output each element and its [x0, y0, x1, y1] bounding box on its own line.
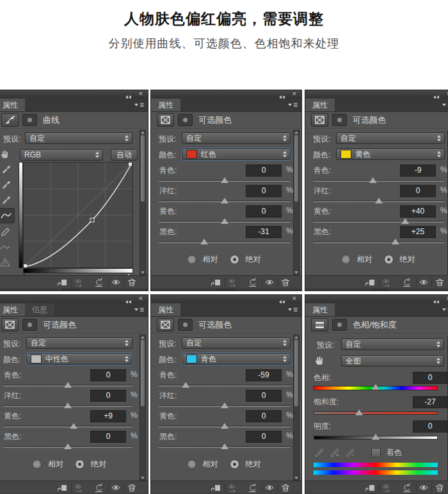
hue-value-field[interactable]: 0 [413, 372, 447, 384]
view-previous-state-icon[interactable] [75, 280, 81, 287]
clip-to-layer-icon[interactable] [58, 485, 67, 491]
visibility-eye-icon[interactable] [112, 280, 120, 284]
clip-to-layer-toggle-icon[interactable] [178, 319, 193, 331]
tab-info[interactable]: 信息 [25, 303, 54, 316]
selective-color-icon[interactable] [157, 113, 174, 127]
clip-to-layer-toggle-icon[interactable] [178, 114, 193, 126]
slider-thumb[interactable] [372, 434, 380, 440]
visibility-eye-icon[interactable] [420, 486, 428, 490]
hue-slider-track[interactable] [314, 386, 438, 390]
reset-icon[interactable] [95, 483, 102, 491]
white-point-eyedropper-icon[interactable] [0, 193, 13, 207]
magenta-value-field[interactable]: 0 [400, 185, 436, 197]
preset-dropdown[interactable]: 自定 [182, 132, 291, 144]
selective-color-icon[interactable] [1, 318, 19, 331]
gray-point-eyedropper-icon[interactable] [0, 177, 13, 191]
black-value-field[interactable]: 0 [90, 431, 126, 443]
tab-properties[interactable]: 属性 [0, 303, 25, 316]
slider-thumb[interactable] [64, 382, 72, 388]
reset-icon[interactable] [403, 483, 410, 491]
clip-to-layer-toggle-icon[interactable] [22, 114, 37, 126]
color-dropdown[interactable]: 红色 [182, 148, 291, 160]
black-value-field[interactable]: -31 [246, 226, 282, 238]
eyedropper-plus-icon[interactable] [329, 448, 339, 458]
yellow-slider-track[interactable] [159, 221, 291, 223]
clip-to-layer-toggle-icon[interactable] [332, 114, 347, 126]
cyan-value-field[interactable]: -59 [246, 369, 282, 381]
radio-absolute[interactable] [75, 459, 84, 469]
magenta-slider-track[interactable] [159, 200, 291, 202]
yellow-slider-track[interactable] [159, 426, 291, 427]
scrollbar[interactable] [140, 335, 146, 481]
yellow-value-field[interactable]: 0 [246, 410, 282, 422]
scrollbar[interactable] [293, 335, 300, 481]
radio-relative[interactable] [187, 459, 196, 469]
edit-points-curve-icon[interactable] [0, 208, 15, 223]
cyan-value-field[interactable]: -9 [400, 164, 436, 177]
selective-color-icon[interactable] [311, 113, 328, 127]
view-previous-state-icon[interactable] [75, 485, 81, 493]
panel-resize-grip[interactable] [151, 288, 301, 291]
clip-to-layer-toggle-icon[interactable] [332, 319, 347, 331]
slider-thumb[interactable] [392, 239, 399, 244]
auto-button[interactable]: 自动 [111, 149, 138, 161]
visibility-eye-icon[interactable] [266, 280, 273, 284]
magenta-value-field[interactable]: 0 [90, 390, 126, 402]
hue-saturation-icon[interactable] [311, 318, 328, 331]
panel-menu-icon[interactable]: ≡ [442, 100, 448, 109]
slider-thumb[interactable] [221, 218, 228, 224]
panel-resize-grip[interactable] [305, 288, 448, 291]
magenta-slider-track[interactable] [3, 405, 132, 407]
scrollbar-thumb[interactable] [141, 135, 145, 202]
close-panel-icon[interactable]: × [292, 90, 296, 98]
preset-dropdown[interactable]: 自定 [341, 339, 444, 350]
view-previous-state-icon[interactable] [383, 485, 389, 493]
channel-dropdown[interactable]: 全图 [341, 355, 444, 367]
scrollbar-thumb[interactable] [141, 340, 145, 406]
cyan-slider-track[interactable] [159, 180, 291, 182]
scrollbar[interactable] [140, 130, 146, 275]
cyan-value-field[interactable]: 0 [90, 369, 126, 381]
cyan-slider-track[interactable] [313, 180, 445, 182]
slider-thumb[interactable] [221, 443, 228, 449]
scrollbar-thumb[interactable] [294, 135, 298, 202]
color-dropdown[interactable]: 中性色 [26, 353, 132, 365]
tab-properties[interactable]: 属性 [151, 99, 180, 111]
view-previous-state-icon[interactable] [383, 280, 389, 287]
black-slider-track[interactable] [159, 446, 291, 448]
clip-to-layer-icon[interactable] [58, 280, 67, 286]
tab-properties[interactable]: 属性 [0, 99, 25, 111]
visibility-eye-icon[interactable] [266, 486, 273, 490]
scrollbar[interactable] [293, 130, 300, 275]
cyan-slider-track[interactable] [159, 385, 291, 386]
slider-thumb[interactable] [221, 402, 228, 408]
delete-trash-icon[interactable] [128, 279, 136, 285]
delete-trash-icon[interactable] [282, 279, 289, 285]
saturation-value-field[interactable]: -27 [413, 396, 447, 408]
yellow-value-field[interactable]: +40 [400, 205, 436, 218]
curve-point[interactable] [129, 163, 132, 166]
yellow-value-field[interactable]: 0 [246, 205, 282, 218]
radio-absolute[interactable] [230, 459, 239, 469]
magenta-slider-track[interactable] [313, 200, 445, 202]
slider-thumb[interactable] [221, 198, 228, 203]
delete-trash-icon[interactable] [436, 279, 444, 285]
reset-icon[interactable] [249, 483, 256, 491]
curve-point[interactable] [24, 264, 27, 267]
curve-point-selected[interactable] [90, 218, 94, 222]
magenta-slider-track[interactable] [159, 405, 291, 407]
preset-dropdown[interactable]: 自定 [182, 337, 291, 349]
clip-to-layer-toggle-icon[interactable] [22, 319, 37, 331]
smooth-curve-icon[interactable] [0, 240, 13, 254]
slider-thumb[interactable] [182, 382, 189, 388]
slider-thumb[interactable] [64, 443, 72, 449]
black-slider-track[interactable] [159, 241, 291, 243]
panel-menu-icon[interactable]: ≡ [288, 305, 298, 314]
radio-absolute[interactable] [230, 255, 239, 264]
delete-trash-icon[interactable] [436, 484, 444, 491]
magenta-value-field[interactable]: 0 [246, 390, 282, 402]
radio-relative[interactable] [32, 459, 42, 469]
black-value-field[interactable]: +25 [400, 226, 436, 238]
black-slider-track[interactable] [3, 446, 132, 448]
slider-thumb[interactable] [372, 384, 380, 390]
